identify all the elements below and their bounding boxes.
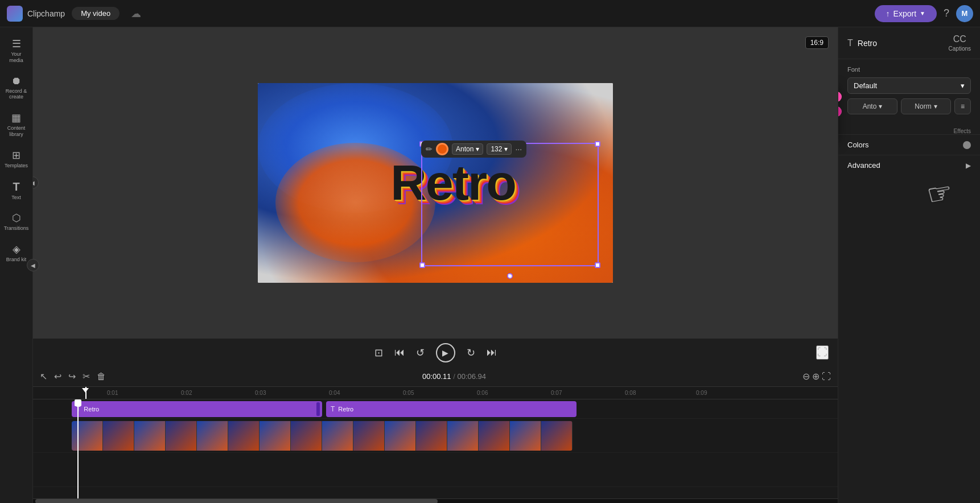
redo-button[interactable]: ↪ xyxy=(68,371,76,382)
font-name-button[interactable]: Anto ▾ xyxy=(847,98,897,114)
font-weight-button[interactable]: Norm ▾ xyxy=(901,98,951,114)
scrollbar-thumb[interactable] xyxy=(35,499,438,503)
export-icon: ↑ xyxy=(886,9,890,18)
main-layout: ☰ Your media ⏺ Record &create ▦ Contentl… xyxy=(0,27,980,503)
sidebar-item-transitions[interactable]: ⬡ Transitions xyxy=(2,207,31,236)
split-button[interactable]: ✂ xyxy=(83,371,90,382)
sidebar-item-content-library[interactable]: ▦ Contentlibrary xyxy=(2,107,31,142)
ruler-tick-9: 0:09 xyxy=(696,390,707,396)
text-clip-1[interactable]: T Retro xyxy=(72,401,322,417)
templates-icon: ⊞ xyxy=(12,149,20,162)
current-time: 00:00.11 xyxy=(422,372,451,381)
playback-controls: ⊡ ⏮ ↺ ▶ ↻ ⏭ ⛶ xyxy=(33,338,838,366)
video-thumb-6 xyxy=(228,421,260,451)
font-family-selector[interactable]: Anton ▾ xyxy=(452,143,483,155)
font-size-selector[interactable]: 132 ▾ xyxy=(487,143,512,155)
font-name-label: Anton xyxy=(456,145,473,153)
video-track-row xyxy=(33,419,838,453)
video-thumb-14 xyxy=(479,421,510,451)
font-name-chevron-icon: ▾ xyxy=(879,102,882,110)
sidebar-item-record-create[interactable]: ⏺ Record &create xyxy=(2,71,31,105)
font-style-display: Norm xyxy=(915,102,931,110)
retro-text: Retro xyxy=(390,158,516,208)
sidebar-item-text[interactable]: T Text xyxy=(2,176,31,205)
zoom-out-button[interactable]: ⊖ xyxy=(802,371,810,382)
delete-button[interactable]: 🗑 xyxy=(97,372,106,382)
right-panel-header: T Retro CC Captions xyxy=(838,27,980,59)
advanced-chevron-icon: ▶ xyxy=(966,162,971,170)
text-format-icon: T xyxy=(847,38,853,48)
fast-forward-button[interactable]: ↻ xyxy=(467,347,475,359)
ruler-tick-2: 0:02 xyxy=(181,390,192,396)
your-media-icon: ☰ xyxy=(12,38,21,50)
user-avatar[interactable]: M xyxy=(956,5,973,22)
captions-icon: CC xyxy=(953,34,966,44)
colors-section[interactable]: Colors xyxy=(838,134,980,155)
screen-record-button[interactable]: ⊡ xyxy=(374,347,383,359)
transitions-icon: ⬡ xyxy=(12,212,21,224)
skip-to-start-button[interactable]: ⏮ xyxy=(394,347,405,358)
fullscreen-button[interactable]: ⛶ xyxy=(816,345,829,360)
skip-to-end-button[interactable]: ⏭ xyxy=(487,347,497,358)
zoom-in-button[interactable]: ⊕ xyxy=(812,371,820,382)
clip-text-icon: T xyxy=(76,405,80,413)
text-clip-2[interactable]: T Retro xyxy=(326,401,577,417)
select-tool-button[interactable]: ↖ xyxy=(40,371,47,382)
ruler-tick-7: 0:07 xyxy=(551,390,562,396)
help-button[interactable]: ? xyxy=(944,7,949,19)
panel-title: Retro xyxy=(858,39,877,48)
align-icon: ≡ xyxy=(961,102,965,110)
right-panel: T Retro CC Captions Font Default ▾ Anto … xyxy=(838,27,980,503)
video-thumb-1 xyxy=(72,421,103,451)
advanced-label: Advanced xyxy=(847,161,880,170)
video-thumb-3 xyxy=(134,421,166,451)
video-thumb-2 xyxy=(103,421,134,451)
text-align-button[interactable]: ≡ xyxy=(954,98,971,114)
video-tab[interactable]: My video xyxy=(72,7,120,20)
text-color-picker[interactable] xyxy=(436,143,448,155)
advanced-section[interactable]: Advanced ▶ xyxy=(838,155,980,175)
topbar: Clipchamp My video ☁ ↑ Export ▼ ? M xyxy=(0,0,980,27)
rewind-button[interactable]: ↺ xyxy=(416,347,425,359)
size-chevron-icon: ▾ xyxy=(504,145,508,153)
video-thumb-4 xyxy=(166,421,197,451)
edit-icon[interactable]: ✏ xyxy=(426,145,433,154)
text-icon: T xyxy=(13,180,19,193)
clip-1-right-handle[interactable] xyxy=(316,402,320,416)
text-track-row: T Retro T Retro xyxy=(33,399,838,419)
sidebar-item-your-media[interactable]: ☰ Your media xyxy=(2,33,31,68)
ruler-tick-8: 0:08 xyxy=(625,390,636,396)
font-size-value: 132 xyxy=(491,145,502,153)
ruler-tick-1: 0:01 xyxy=(107,390,118,396)
export-label: Export xyxy=(893,9,916,18)
captions-button[interactable]: CC Captions xyxy=(949,34,971,52)
cloud-save-icon: ☁ xyxy=(131,7,141,20)
sidebar-item-templates[interactable]: ⊞ Templates xyxy=(2,145,31,174)
export-button[interactable]: ↑ Export ▼ xyxy=(875,5,937,22)
font-style-dropdown[interactable]: Default ▾ xyxy=(847,77,971,94)
logo-icon xyxy=(7,6,23,22)
cursor-hand: ☞ xyxy=(924,175,980,457)
collapse-sidebar-button[interactable]: ◀ xyxy=(27,259,39,271)
captions-label: Captions xyxy=(949,46,971,52)
video-preview: Retro ↻ ✏ Anton ▾ xyxy=(258,83,613,283)
timeline-time-display: 00:00.11 / 00:06.94 xyxy=(422,372,486,381)
content-library-icon: ▦ xyxy=(11,112,21,124)
video-track xyxy=(72,421,573,451)
timeline-toolbar: ↖ ↩ ↪ ✂ 🗑 00:00.11 / 00:06.94 ⊖ ⊕ ⛶ xyxy=(33,366,838,387)
ruler-tick-3: 0:03 xyxy=(255,390,266,396)
app-name: Clipchamp xyxy=(27,9,65,18)
more-options-button[interactable]: ··· xyxy=(515,145,522,154)
font-dropdown-chevron-icon: ▾ xyxy=(961,81,965,90)
timeline-scrollbar[interactable] xyxy=(33,498,838,503)
font-section: Font Default ▾ Anto ▾ Norm ▾ ≡ xyxy=(838,59,980,126)
canvas-container: 16:9 Retro ↻ xyxy=(33,27,838,338)
sidebar-label-transitions: Transitions xyxy=(4,225,29,232)
collapse-right-panel-button[interactable]: ◀ xyxy=(33,176,39,189)
undo-button[interactable]: ↩ xyxy=(54,371,61,382)
panel-title-row: T Retro xyxy=(847,38,877,48)
font-style-chevron-icon: ▾ xyxy=(934,102,937,110)
font-style-row: Anto ▾ Norm ▾ ≡ xyxy=(847,98,971,114)
play-pause-button[interactable]: ▶ xyxy=(436,343,455,362)
expand-timeline-button[interactable]: ⛶ xyxy=(822,372,831,382)
